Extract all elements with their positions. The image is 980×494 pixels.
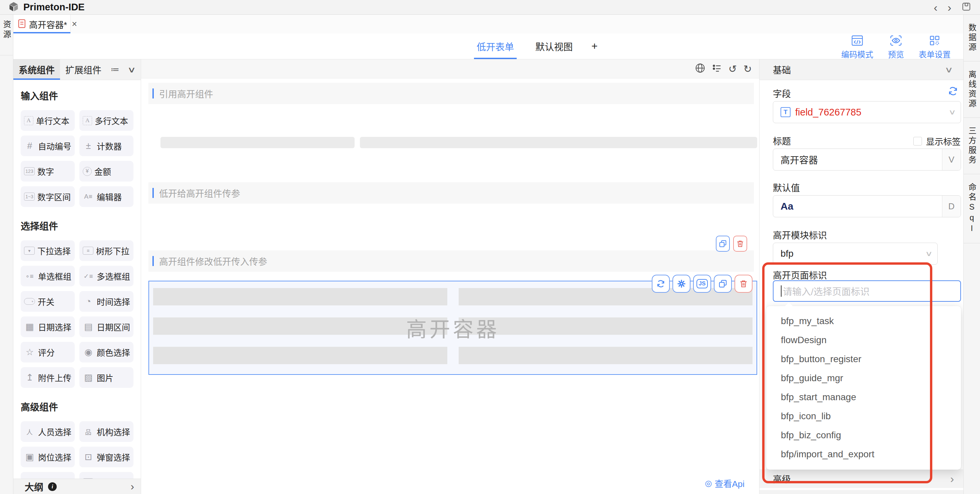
code-mode-button[interactable]: 编码模式 [838,35,877,60]
preview-button[interactable]: 预览 [877,35,915,60]
document-tab-active[interactable]: 高开容器* × [13,15,71,33]
trash-icon[interactable] [733,236,747,252]
section-ref-highcode-component[interactable]: 引用高开组件 [148,83,754,104]
switch-icon: ● [24,298,35,305]
component-item[interactable]: ¥ 金额 [80,161,134,182]
component-item[interactable]: ▨ 图片 [80,367,134,388]
component-item-label: 数字区间 [37,191,71,202]
properties-panel: 基础 ∨ 字段 T field_76267785 ∨ [759,59,963,494]
trash-icon[interactable] [735,275,752,293]
component-item[interactable]: ▾ 下拉选择 [21,240,75,261]
module-id-label: 高开模块标识 [773,228,827,241]
copy-icon[interactable] [716,236,730,252]
section-title-select: 选择组件 [21,219,134,232]
component-item[interactable]: ↥ 附件上传 [21,367,75,388]
page-id-option[interactable]: bfp/import_and_export [766,445,961,464]
left-rail-item-resources[interactable]: 资源 [1,20,12,494]
canvas-toolbar [141,59,759,78]
field-select[interactable]: T field_76267785 ∨ [773,101,961,123]
refresh-icon[interactable] [948,86,958,97]
page-id-option[interactable]: flowDesign [766,330,961,349]
right-rail-item[interactable]: 三方服务 [964,118,980,174]
component-item[interactable]: 1~3 数字区间 [21,186,75,207]
outline-label: 大纲 [25,480,43,493]
component-item[interactable]: ▤ 日期区间 [80,316,134,337]
page-id-option[interactable]: bfp_icon_lib [766,406,961,425]
component-item[interactable]: A≡ 编辑器 [80,186,134,207]
component-item[interactable]: ▣ 岗位选择 [21,446,75,467]
component-item[interactable]: ◉ 颜色选择 [80,342,134,362]
group-basic-header[interactable]: 基础 ∨ [759,59,963,80]
component-item[interactable]: ± 计数器 [80,135,134,156]
section-lowcode-to-highcode-params[interactable]: 低开给高开组件传参 [148,182,754,204]
tab-extended-components[interactable]: 扩展组件 [60,59,107,80]
page-id-option[interactable]: bfp_my_task [766,311,961,330]
component-item[interactable]: ◔ 时间选择 [80,291,134,312]
section-highcode-modify-params[interactable]: 高开组件修改低开传入传参 [148,250,754,272]
component-item[interactable]: ∘≡ 单选框组 [21,266,75,286]
page-id-option[interactable]: bfp_start_manage [766,387,961,406]
show-label-toggle[interactable]: 显示标签 [913,135,961,147]
save-icon[interactable] [961,2,971,13]
person-select-icon: 人 [24,426,35,437]
component-item[interactable]: 品 机构选择 [80,421,134,442]
selected-highcode-container[interactable]: 高开容器 [148,281,757,375]
component-item[interactable]: ✓≡ 多选框组 [80,266,134,286]
gear-icon[interactable] [673,275,690,293]
outline-bar[interactable]: 大纲 i › [13,479,141,494]
right-rail-item[interactable]: 离线资源 [964,61,980,118]
page-id-input[interactable]: 请输入/选择页面标识 [773,280,961,302]
chevron-down-icon[interactable]: ∨ [127,65,136,75]
page-id-option[interactable]: bfp_biz_config [766,425,961,445]
component-item-label: 编辑器 [97,191,122,202]
page-id-option[interactable]: bfp_button_register [766,349,961,368]
chevron-right-icon: › [950,472,954,485]
module-id-select[interactable]: bfp ∨ [773,243,938,265]
view-api-link[interactable]: ◎ 查看Api [705,477,745,489]
group-style-header[interactable]: 样式 › [759,490,963,494]
close-icon[interactable]: × [72,19,77,29]
undo-icon[interactable]: ↺ [729,64,737,74]
group-advanced-header[interactable]: 高级 › [759,469,963,488]
form-settings-button[interactable]: 表单设置 [915,35,954,60]
redo-icon[interactable]: ↻ [743,64,752,74]
copy-icon[interactable] [714,275,732,293]
document-tabbar: 高开容器* × [13,15,963,33]
tab-system-components[interactable]: 系统组件 [13,59,60,80]
chevron-right-icon[interactable]: › [130,480,134,492]
nav-back-icon[interactable]: ‹ [934,2,937,13]
panel-menu-icon[interactable]: ≔ [111,64,119,75]
component-item[interactable]: A 多行文本 [80,110,134,131]
component-item[interactable]: ▦ 日期选择 [21,316,75,337]
js-script-icon[interactable]: JS [693,275,711,293]
page-id-option[interactable]: bfp_guide_mgr [766,368,961,387]
component-item[interactable]: ● 开关 [21,291,75,312]
nav-forward-icon[interactable]: › [948,2,951,13]
title-input-addon[interactable]: V [942,149,961,170]
add-view-button[interactable]: + [592,40,598,53]
component-item[interactable]: 123 数字 [21,161,75,182]
section-title: 引用高开组件 [159,87,213,100]
globe-icon[interactable] [695,63,705,75]
component-item[interactable]: ☆ 评分 [21,342,75,362]
component-item[interactable]: ▦ 子表格 [21,472,75,479]
tab-default-view[interactable]: 默认视图 [534,33,574,59]
component-item[interactable]: ⊡ 弹窗选择 [80,446,134,467]
component-item[interactable]: ≡ 树形下拉 [80,240,134,261]
default-value-input[interactable]: Aa D [773,195,961,217]
outline-tree-icon[interactable] [712,63,722,75]
right-rail-item[interactable]: 命名Sql [964,174,980,243]
right-rail-item[interactable]: 数据源 [964,15,980,61]
refresh-icon[interactable] [652,275,670,293]
title-input[interactable]: 高开容器 V [773,148,961,171]
right-rail-item-label: 命名Sql [966,183,978,234]
component-item[interactable]: x Excel [80,472,134,479]
component-item[interactable]: A 单行文本 [21,110,75,131]
component-item[interactable]: # 自动编号 [21,135,75,156]
component-item[interactable]: 人 人员选择 [21,421,75,442]
tab-lowcode-form[interactable]: 低开表单 [475,33,515,59]
show-label-text: 显示标签 [926,135,961,147]
date-picker-icon: ▦ [24,321,35,333]
checkbox-icon[interactable] [913,137,922,145]
default-value-addon[interactable]: D [942,196,961,217]
